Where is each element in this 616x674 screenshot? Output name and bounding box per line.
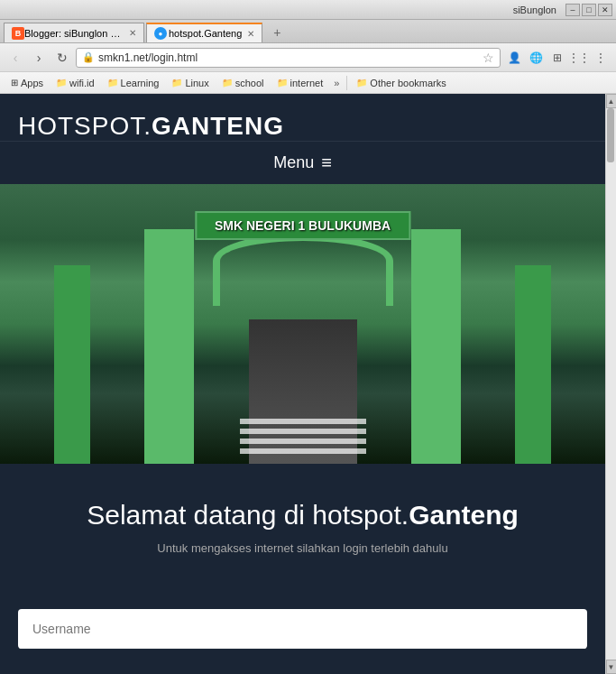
folder-icon-learning: 📁: [107, 78, 118, 88]
browser-window: siBunglon – □ ✕ B Blogger: siBunglon - S…: [0, 0, 616, 674]
crosswalk: [240, 419, 366, 455]
tab-blogger-close[interactable]: ✕: [129, 28, 136, 38]
site-header: HOTSPOT.GANTENG: [0, 94, 605, 141]
bookmark-learning[interactable]: 📁 Learning: [102, 76, 165, 90]
forward-button[interactable]: ›: [29, 48, 49, 68]
folder-icon-internet: 📁: [277, 78, 288, 88]
login-form: [18, 609, 587, 649]
pillar-right-far: [515, 265, 551, 464]
bookmark-wifiid[interactable]: 📁 wifi.id: [51, 76, 100, 90]
address-bar[interactable]: 🔒 smkn1.net/login.html ☆: [76, 48, 501, 68]
favicon-blogger: B: [12, 27, 24, 40]
folder-icon-linux: 📁: [171, 78, 182, 88]
favicon-hotspot: ●: [154, 27, 167, 40]
site-wrapper: HOTSPOT.GANTENG Menu ≡: [0, 94, 605, 649]
scroll-down-button[interactable]: ▼: [606, 660, 617, 674]
bookmark-other-label: Other bookmarks: [370, 78, 446, 88]
bookmark-other[interactable]: 📁 Other bookmarks: [351, 76, 451, 90]
tab-blogger[interactable]: B Blogger: siBunglon - Se... ✕: [4, 23, 144, 42]
translate-icon[interactable]: 🌐: [526, 48, 546, 68]
tab-hotspot[interactable]: ● hotspot.Ganteng ✕: [146, 23, 262, 42]
back-button[interactable]: ‹: [5, 48, 25, 68]
new-tab-button[interactable]: +: [264, 23, 290, 42]
pillar-left-near: [144, 229, 194, 464]
user-icon[interactable]: 👤: [504, 48, 524, 68]
bookmark-apps-label: Apps: [21, 78, 43, 88]
scroll-up-button[interactable]: ▲: [606, 94, 617, 108]
extensions-icon[interactable]: ⊞: [547, 48, 567, 68]
menu-label: Menu: [273, 153, 314, 172]
bookmark-internet[interactable]: 📁 internet: [271, 76, 329, 90]
menu-toggle-button[interactable]: Menu ≡: [273, 152, 332, 173]
apps-grid-icon[interactable]: ⋮⋮: [569, 48, 589, 68]
bookmark-wifiid-label: wifi.id: [69, 78, 95, 88]
bookmark-internet-label: internet: [290, 78, 324, 88]
maximize-button[interactable]: □: [582, 4, 596, 16]
pillar-right-near: [411, 229, 461, 464]
crosswalk-stripe-1: [240, 419, 366, 424]
address-text: smkn1.net/login.html: [98, 51, 479, 64]
site-title-bold: GANTENG: [152, 112, 284, 140]
bookmark-school-label: school: [235, 78, 264, 88]
close-button[interactable]: ✕: [598, 4, 612, 16]
window-title: siBunglon: [4, 5, 564, 15]
crosswalk-stripe-3: [240, 439, 366, 444]
welcome-bold: Ganteng: [409, 500, 519, 530]
menu-hamburger-icon: ≡: [321, 152, 332, 173]
minimize-button[interactable]: –: [565, 4, 580, 16]
bookmark-learning-label: Learning: [121, 78, 160, 88]
bookmarks-separator: [346, 76, 347, 90]
menu-button[interactable]: ⋮: [591, 48, 611, 68]
bookmark-star-icon[interactable]: ☆: [483, 51, 494, 65]
pillar-left-far: [54, 265, 90, 464]
gate-overlay: SMK NEGERI 1 BULUKUMBA: [0, 184, 605, 464]
title-bar: siBunglon – □ ✕: [0, 0, 616, 20]
site-subtitle: Untuk mengakses internet silahkan login …: [18, 541, 587, 555]
bookmark-linux[interactable]: 📁 Linux: [166, 76, 214, 90]
lock-icon: 🔒: [82, 51, 95, 63]
scroll-thumb[interactable]: [607, 108, 614, 162]
folder-icon-school: 📁: [222, 78, 233, 88]
site-welcome: Selamat datang di hotspot.Ganteng: [18, 500, 587, 531]
welcome-normal: Selamat datang di hotspot.: [87, 500, 409, 530]
hero-image: SMK NEGERI 1 BULUKUMBA: [0, 184, 605, 464]
folder-icon-wifiid: 📁: [56, 78, 67, 88]
apps-icon: ⊞: [11, 78, 18, 88]
scroll-track[interactable]: [606, 108, 616, 660]
reload-button[interactable]: ↻: [52, 48, 72, 68]
scrollbar[interactable]: ▲ ▼: [605, 94, 616, 674]
site-nav[interactable]: Menu ≡: [0, 141, 605, 184]
browser-content[interactable]: HOTSPOT.GANTENG Menu ≡: [0, 94, 605, 674]
bookmarks-bar: ⊞ Apps 📁 wifi.id 📁 Learning 📁 Linux 📁 sc…: [0, 72, 616, 94]
tab-hotspot-close[interactable]: ✕: [247, 29, 254, 39]
site-title-normal: HOTSPOT.: [18, 112, 152, 140]
gate-sign: SMK NEGERI 1 BULUKUMBA: [195, 211, 410, 240]
folder-icon-other: 📁: [356, 78, 367, 88]
bookmarks-more-button[interactable]: »: [330, 76, 343, 90]
bookmark-apps[interactable]: ⊞ Apps: [5, 76, 49, 90]
site-section: Selamat datang di hotspot.Ganteng Untuk …: [0, 464, 605, 609]
page-content: HOTSPOT.GANTENG Menu ≡: [0, 94, 616, 674]
nav-bar: ‹ › ↻ 🔒 smkn1.net/login.html ☆ 👤 🌐 ⊞ ⋮⋮ …: [0, 43, 616, 72]
site-title: HOTSPOT.GANTENG: [18, 112, 587, 141]
bookmark-school[interactable]: 📁 school: [216, 76, 270, 90]
username-input[interactable]: [18, 609, 587, 649]
tab-hotspot-label: hotspot.Ganteng: [169, 28, 242, 39]
crosswalk-stripe-2: [240, 429, 366, 434]
bookmark-linux-label: Linux: [185, 78, 208, 88]
tab-blogger-label: Blogger: siBunglon - Se...: [24, 28, 124, 39]
nav-tools: 👤 🌐 ⊞ ⋮⋮ ⋮: [504, 48, 611, 68]
crosswalk-stripe-4: [240, 448, 366, 454]
tab-bar: B Blogger: siBunglon - Se... ✕ ● hotspot…: [0, 20, 616, 43]
gate-arch: [213, 234, 393, 306]
